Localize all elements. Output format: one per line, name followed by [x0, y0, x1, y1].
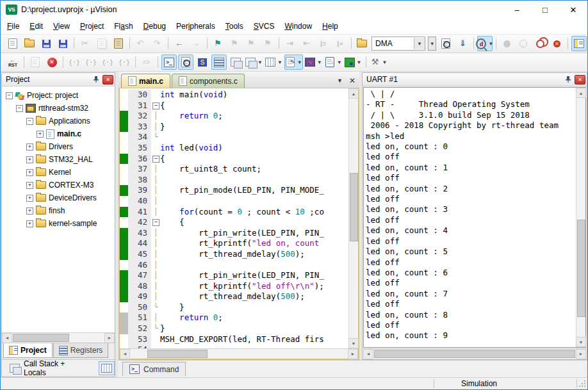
code-line-51[interactable]: 51│ return 0;	[120, 313, 348, 323]
expand-icon[interactable]: +	[37, 131, 44, 138]
maximize-button[interactable]: □	[531, 1, 559, 19]
copy-button[interactable]	[94, 36, 110, 51]
previous-bookmark-button[interactable]: ⚑	[227, 36, 242, 51]
expand-icon[interactable]: +	[26, 207, 33, 215]
scroll-left-icon[interactable]: ◄	[120, 349, 130, 359]
code-line-34[interactable]: 34└	[120, 132, 348, 143]
reset-cpu-button[interactable]: ←RST	[5, 54, 20, 70]
tree-item-project-project[interactable]: −Project: project	[2, 89, 115, 102]
expand-icon[interactable]: +	[26, 156, 33, 163]
tree-item-rtthread-stm32[interactable]: −rtthread-stm32	[2, 102, 115, 115]
analysis-windows-button[interactable]	[228, 54, 243, 70]
menu-project[interactable]: Project	[75, 20, 109, 33]
tree-item-main-c[interactable]: +main.c	[2, 127, 115, 140]
show-next-statement-button[interactable]	[28, 54, 43, 70]
code-line-46[interactable]: 46│	[120, 260, 348, 271]
enable-breakpoint-button[interactable]	[516, 36, 531, 51]
menu-debug[interactable]: Debug	[138, 20, 171, 33]
code-line-36[interactable]: 36−{	[120, 154, 348, 165]
scroll-right-icon[interactable]: ►	[576, 349, 586, 359]
find-in-files-button[interactable]	[438, 36, 453, 51]
menu-view[interactable]: View	[48, 20, 75, 33]
open-file-button[interactable]	[22, 36, 37, 51]
code-line-43[interactable]: 43│ rt_pin_write(LED_PIN, PIN_	[120, 228, 348, 239]
tab-list-icon[interactable]: ▼	[337, 77, 343, 84]
menu-svcs[interactable]: SVCS	[249, 20, 280, 33]
tree-item-applications[interactable]: −Applications	[2, 115, 115, 127]
uart-hscrollbar[interactable]: ◄ ►	[363, 348, 586, 359]
code-line-47[interactable]: 47│ rt_pin_write(LED_PIN, PIN_	[120, 270, 348, 281]
tree-item-cortex-m3[interactable]: +CORTEX-M3	[2, 179, 115, 191]
scroll-right-icon[interactable]: ►	[348, 349, 358, 359]
configure-flash-tools-button[interactable]	[354, 36, 370, 51]
minimize-button[interactable]: –	[503, 1, 531, 19]
stop-debug-button[interactable]: ✕	[44, 54, 60, 70]
code-line-35[interactable]: 35int led(void)	[120, 143, 348, 154]
code-line-32[interactable]: 32│ return 0;	[120, 111, 348, 122]
expand-icon[interactable]: +	[26, 195, 33, 202]
code-line-53[interactable]: 53MSH_CMD_EXPORT(led, RT-Thread firs	[120, 334, 348, 345]
tree-item-kernel-sample[interactable]: +kernel-sample	[2, 217, 115, 230]
menu-peripherals[interactable]: Peripherals	[171, 20, 220, 33]
close-button[interactable]: ✕	[559, 1, 587, 19]
indent-button[interactable]: ⇥	[282, 36, 298, 51]
code-editor[interactable]: 30int main(void)31−{32│ return 0;33│}34└…	[120, 88, 348, 348]
scroll-up-icon[interactable]: ▲	[576, 88, 586, 98]
code-line-37[interactable]: 37│ rt_uint8_t count;	[120, 164, 348, 175]
menu-help[interactable]: Help	[317, 20, 343, 33]
expand-icon[interactable]: +	[26, 182, 33, 189]
memory-window-button[interactable]: ▼	[265, 54, 283, 70]
code-line-40[interactable]: 40│	[120, 196, 348, 207]
editor-tab-main-c[interactable]: main.c	[121, 74, 170, 88]
serial-windows-button[interactable]: ✎▼	[284, 54, 303, 70]
collapse-icon[interactable]: −	[6, 92, 13, 99]
tab-project[interactable]: Project	[3, 343, 53, 358]
scroll-down-icon[interactable]: ▼	[348, 338, 359, 348]
code-line-42[interactable]: 42− {	[120, 217, 348, 228]
logic-analyzer-button[interactable]: ∿▼	[304, 54, 323, 70]
code-line-52[interactable]: 52└}	[120, 323, 348, 334]
undo-button[interactable]: ↶	[133, 36, 148, 51]
new-file-button[interactable]	[5, 36, 20, 51]
step-over-button[interactable]: {·}	[83, 54, 99, 70]
scroll-up-icon[interactable]: ▲	[348, 88, 359, 99]
scroll-right-icon[interactable]: ►	[104, 333, 115, 343]
find-button[interactable]: ⇓	[455, 36, 470, 51]
kill-all-breakpoints-button[interactable]: ✕	[549, 36, 564, 51]
code-line-41[interactable]: 41│ for(count = 0 ; count < 10 ;co	[120, 207, 348, 218]
pin-icon[interactable]	[563, 75, 573, 84]
code-line-39[interactable]: 39│ rt_pin_mode(LED_PIN, PIN_MODE_	[120, 185, 348, 196]
uart-vscrollbar[interactable]: ▲ ▼	[576, 88, 585, 347]
disassembly-window-button[interactable]	[178, 54, 193, 70]
editor-tab-components-c[interactable]: components.c	[172, 74, 245, 88]
code-line-30[interactable]: 30int main(void)	[120, 90, 348, 101]
expand-icon[interactable]: +	[26, 169, 33, 176]
insert-breakpoint-button[interactable]	[499, 36, 514, 51]
menu-tools[interactable]: Tools	[220, 20, 249, 33]
scroll-left-icon[interactable]: ◄	[363, 349, 373, 359]
run-to-cursor-button[interactable]: {·}	[117, 54, 132, 70]
fold-marker[interactable]: −	[151, 217, 160, 228]
editor-hscrollbar[interactable]: ◄ ►	[120, 348, 358, 359]
code-line-44[interactable]: 44│ rt_kprintf("led on, count	[120, 238, 348, 249]
paste-button[interactable]	[111, 36, 126, 51]
watch-window-button[interactable]: ▼	[245, 54, 263, 70]
clear-bookmarks-button[interactable]: ⚑	[260, 36, 275, 51]
fold-marker[interactable]: −	[151, 154, 160, 165]
collapse-icon[interactable]: −	[26, 118, 33, 125]
code-line-54[interactable]: 54	[120, 345, 348, 348]
project-panel-close-icon[interactable]: ✕	[102, 75, 113, 85]
toolbox-button[interactable]: ▼	[344, 54, 363, 70]
run-button[interactable]: ⇨	[139, 54, 154, 70]
serial-window-button[interactable]	[211, 54, 227, 70]
project-tree[interactable]: −Project: project−rtthread-stm32−Applica…	[2, 86, 115, 332]
navigate-back-button[interactable]: ←	[172, 36, 187, 51]
close-document-icon[interactable]: ✕	[349, 76, 355, 85]
code-line-48[interactable]: 48│ rt_kprintf("led off\r\n");	[120, 281, 348, 292]
tree-item-drivers[interactable]: +Drivers	[2, 140, 115, 153]
configuration-button[interactable]	[571, 36, 587, 51]
command-window-button[interactable]: >_	[161, 54, 177, 70]
uncomment-selection-button[interactable]: ∥≠	[332, 36, 348, 51]
uart-panel-close-icon[interactable]: ✕	[575, 75, 585, 85]
code-line-45[interactable]: 45│ rt_thread_mdelay(500);	[120, 249, 348, 260]
